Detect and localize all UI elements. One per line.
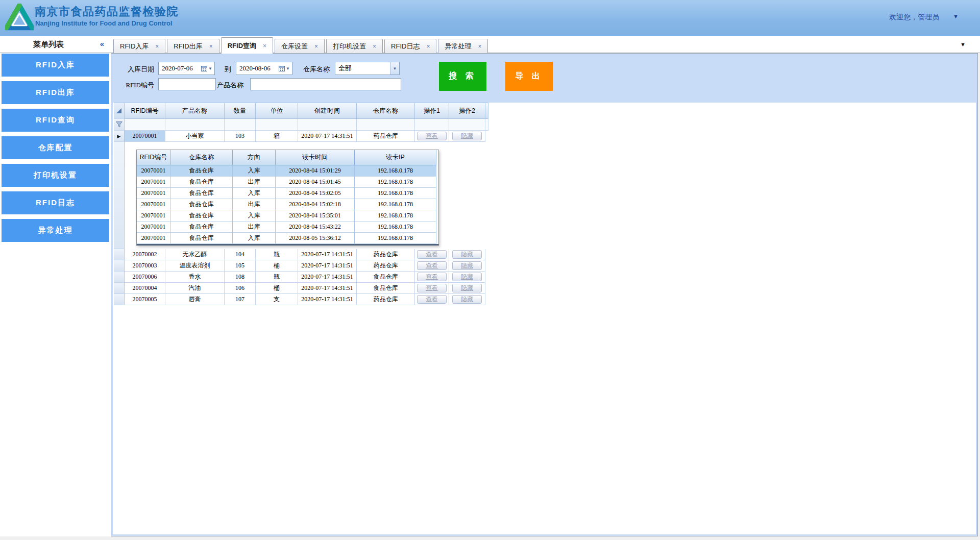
table-row[interactable]: ▶ 20070001 小当家 103 箱 2020-07-17 14:31:51… [114,131,485,142]
tab-rfid-in[interactable]: RFID入库 × [113,39,165,53]
sidebar-item-rfid-query[interactable]: RFID查询 [2,109,109,132]
export-button[interactable]: 导 出 [505,62,553,91]
cell-warehouse[interactable]: 药品仓库 [357,249,415,260]
sidebar-item-rfid-out[interactable]: RFID出库 [2,81,109,104]
filter-row-gutter[interactable] [114,119,125,131]
detail-row[interactable]: 20070001 食品仓库 入库 2020-08-04 15:35:01 192… [137,210,438,222]
cell-product[interactable]: 汽油 [165,283,225,294]
warehouse-select[interactable]: 全部 ▼ [335,62,400,75]
cell-qty[interactable]: 105 [225,260,256,272]
view-button[interactable]: 查看 [417,295,447,304]
cell-unit[interactable]: 支 [256,294,298,305]
cell-qty[interactable]: 103 [225,131,256,142]
tab-rfid-log[interactable]: RFID日志 × [384,39,436,53]
cell-rfid[interactable]: 20070006 [125,272,165,283]
cell-rfid[interactable]: 20070003 [125,260,165,272]
tab-overflow-caret-icon[interactable]: ▼ [960,41,966,47]
tab-warehouse-settings[interactable]: 仓库设置 × [275,39,325,53]
view-button[interactable]: 查看 [417,250,447,259]
column-header-qty[interactable]: 数量 [225,103,256,119]
sidebar-item-exception-handling[interactable]: 异常处理 [2,219,109,242]
cell-qty[interactable]: 108 [225,272,256,283]
tab-close-icon[interactable]: × [373,43,376,50]
cell-rfid[interactable]: 20070001 [125,131,165,142]
filter-cell[interactable] [449,119,485,131]
detail-column-direction[interactable]: 方向 [233,150,276,165]
date-from-picker[interactable]: 2020-07-06 ▼ [158,62,215,75]
cell-created[interactable]: 2020-07-17 14:31:51 [298,294,357,305]
detail-row[interactable]: 20070001 食品仓库 入库 2020-08-04 15:01:29 192… [137,165,438,177]
table-row[interactable]: 20070006 香水 108 瓶 2020-07-17 14:31:51 食品… [114,272,485,283]
row-gutter[interactable]: ▶ [114,131,125,142]
tab-close-icon[interactable]: × [314,43,318,50]
tab-close-icon[interactable]: × [263,42,266,50]
filter-cell[interactable] [298,119,357,131]
product-name-input[interactable] [250,78,401,90]
detail-column-rfid[interactable]: RFID编号 [137,150,170,165]
cell-qty[interactable]: 106 [225,283,256,294]
filter-cell[interactable] [357,119,415,131]
sidebar-item-rfid-in[interactable]: RFID入库 [2,54,109,77]
cell-unit[interactable]: 瓶 [256,272,298,283]
hide-button[interactable]: 隐藏 [452,284,482,292]
user-menu-caret-icon[interactable]: ▼ [953,13,959,19]
column-header-rfid[interactable]: RFID编号 [125,103,165,119]
filter-cell[interactable] [165,119,225,131]
detail-column-warehouse[interactable]: 仓库名称 [170,150,233,165]
column-header-warehouse[interactable]: 仓库名称 [357,103,415,119]
sidebar-item-warehouse-config[interactable]: 仓库配置 [2,136,109,159]
tab-close-icon[interactable]: × [478,43,481,50]
view-button[interactable]: 查看 [417,273,447,281]
rfid-code-input[interactable] [158,78,216,90]
date-to-caret-icon[interactable]: ▼ [286,66,290,71]
table-row[interactable]: 20070005 唇膏 107 支 2020-07-17 14:31:51 药品… [114,294,485,305]
cell-rfid[interactable]: 20070002 [125,249,165,260]
column-header-op1[interactable]: 操作1 [415,103,449,119]
hide-button[interactable]: 隐藏 [452,295,482,304]
cell-warehouse[interactable]: 药品仓库 [357,131,415,142]
cell-unit[interactable]: 瓶 [256,249,298,260]
table-row[interactable]: 20070002 无水乙醇 104 瓶 2020-07-17 14:31:51 … [114,249,485,260]
cell-product[interactable]: 小当家 [165,131,225,142]
filter-cell[interactable] [125,119,165,131]
sidebar-collapse-button[interactable]: « [100,36,104,53]
sidebar-item-rfid-log[interactable]: RFID日志 [2,191,109,214]
row-gutter[interactable] [114,260,125,272]
tab-close-icon[interactable]: × [155,43,159,50]
warehouse-dropdown-button[interactable]: ▼ [390,62,399,75]
detail-row[interactable]: 20070001 食品仓库 入库 2020-08-04 15:02:05 192… [137,188,438,199]
cell-unit[interactable]: 桶 [256,283,298,294]
hide-button[interactable]: 隐藏 [452,273,482,281]
cell-warehouse[interactable]: 食品仓库 [357,272,415,283]
detail-column-readip[interactable]: 读卡IP [355,150,436,165]
cell-created[interactable]: 2020-07-17 14:31:51 [298,249,357,260]
hide-button[interactable]: 隐藏 [452,250,482,259]
cell-unit[interactable]: 桶 [256,260,298,272]
cell-warehouse[interactable]: 药品仓库 [357,294,415,305]
tab-close-icon[interactable]: × [426,43,430,50]
table-row[interactable]: 20070004 汽油 106 桶 2020-07-17 14:31:51 食品… [114,283,485,294]
tab-exception-handling[interactable]: 异常处理 × [438,39,488,53]
hide-button[interactable]: 隐藏 [452,261,482,270]
cell-warehouse[interactable]: 药品仓库 [357,260,415,272]
detail-row[interactable]: 20070001 食品仓库 出库 2020-08-04 15:02:18 192… [137,199,438,210]
table-row[interactable]: 20070003 温度表溶剂 105 桶 2020-07-17 14:31:51… [114,260,485,272]
cell-product[interactable]: 香水 [165,272,225,283]
cell-created[interactable]: 2020-07-17 14:31:51 [298,131,357,142]
cell-warehouse[interactable]: 食品仓库 [357,283,415,294]
filter-cell[interactable] [415,119,449,131]
date-from-caret-icon[interactable]: ▼ [208,66,212,71]
cell-product[interactable]: 唇膏 [165,294,225,305]
search-button[interactable]: 搜 索 [439,62,486,91]
tab-rfid-out[interactable]: RFID出库 × [167,39,219,53]
cell-product[interactable]: 温度表溶剂 [165,260,225,272]
grid-select-all-cell[interactable] [114,103,125,119]
row-gutter[interactable] [114,283,125,294]
filter-cell[interactable] [225,119,256,131]
hide-button[interactable]: 隐藏 [452,132,482,140]
tab-rfid-query[interactable]: RFID查询 × [221,37,273,54]
sidebar-item-printer-settings[interactable]: 打印机设置 [2,164,109,187]
filter-cell[interactable] [256,119,298,131]
detail-column-readtime[interactable]: 读卡时间 [276,150,355,165]
tab-close-icon[interactable]: × [209,43,213,50]
